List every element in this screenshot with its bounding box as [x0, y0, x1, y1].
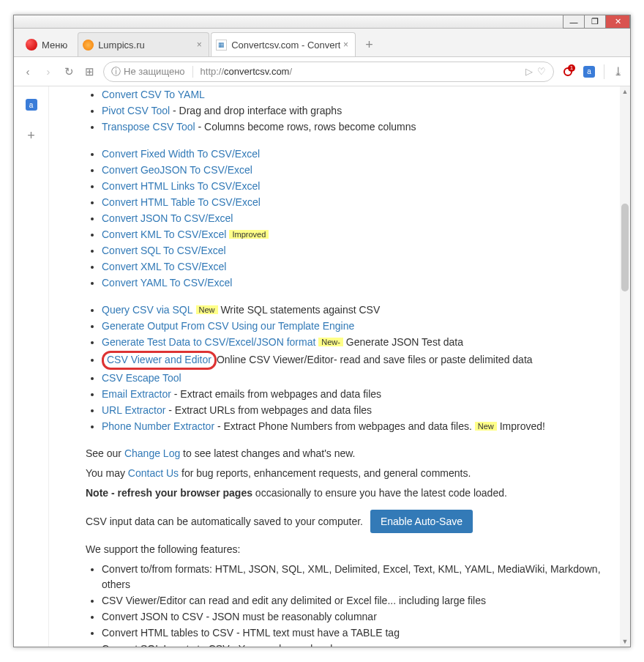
list-item: Convert to/from formats: HTML, JSON, SQL…	[102, 562, 607, 592]
lumpics-favicon	[83, 40, 94, 51]
link[interactable]: Convert XML To CSV/Excel	[102, 261, 226, 272]
scrollbar[interactable]: ▲ ▼	[620, 86, 630, 647]
link[interactable]: Convert Fixed Width To CSV/Excel	[102, 148, 260, 160]
contact-us-link[interactable]: Contact Us	[128, 467, 179, 479]
list-item: CSV Viewer and Editor Online CSV Viewer/…	[102, 351, 607, 370]
back-button[interactable]: ‹	[21, 65, 34, 78]
list-item: Email Extractor - Extract emails from we…	[102, 387, 607, 402]
scroll-down-icon[interactable]: ▼	[620, 636, 630, 647]
list-item: Convert HTML Links To CSV/Excel	[102, 179, 607, 194]
window-titlebar: — ❐ ✕	[14, 15, 630, 29]
list-item: CSV Escape Tool	[102, 371, 607, 386]
list-item: Convert Fixed Width To CSV/Excel	[102, 146, 607, 162]
vline-icon	[604, 64, 604, 79]
list-item: Phone Number Extractor - Extract Phone N…	[102, 419, 607, 434]
translate-sidebar-icon[interactable]: a	[23, 97, 40, 113]
opera-menu-button[interactable]: Меню	[18, 33, 75, 56]
link[interactable]: Generate Output From CSV Using our Templ…	[102, 320, 354, 332]
paragraph: CSV input data can be automatically save…	[86, 510, 607, 533]
list-item: Convert JSON to CSV - JSON must be reaso…	[102, 609, 607, 625]
link-group-3: Query CSV via SQLNew Write SQL statement…	[86, 302, 607, 434]
list-item: Generate Test Data to CSV/Excel/JSON for…	[102, 335, 607, 350]
menu-label: Меню	[42, 40, 67, 51]
list-item: Convert KML To CSV/ExcelImproved	[102, 227, 607, 242]
csv-viewer-editor-link[interactable]: CSV Viewer and Editor	[107, 354, 211, 365]
link[interactable]: Convert KML To CSV/Excel	[102, 228, 226, 240]
link[interactable]: Convert JSON To CSV/Excel	[102, 212, 233, 224]
new-tab-button[interactable]: +	[360, 36, 378, 53]
window-close[interactable]: ✕	[605, 15, 630, 29]
highlighted-link-box: CSV Viewer and Editor	[102, 351, 217, 370]
page-content: Convert CSV To YAML Pivot CSV Tool - Dra…	[49, 86, 620, 647]
site-info-icon[interactable]: ⓘНе защищено	[111, 65, 185, 78]
list-item: URL Extractor - Extract URLs from webpag…	[102, 403, 607, 418]
link-group-2: Convert Fixed Width To CSV/Excel Convert…	[86, 146, 607, 291]
link[interactable]: Convert YAML To CSV/Excel	[102, 277, 232, 289]
forward-button[interactable]: ›	[42, 65, 55, 78]
speed-dial-button[interactable]: ⊞	[83, 65, 96, 78]
change-log-link[interactable]: Change Log	[124, 447, 180, 459]
link[interactable]: Transpose CSV Tool	[102, 121, 195, 133]
link[interactable]: Convert GeoJSON To CSV/Excel	[102, 164, 252, 176]
list-item: Convert JSON To CSV/Excel	[102, 211, 607, 226]
tab-convertcsv[interactable]: ▦ Convertcsv.com - Convert ×	[211, 32, 356, 56]
link[interactable]: Phone Number Extractor	[102, 420, 214, 432]
list-item: CSV Viewer/Editor can read and edit any …	[102, 593, 607, 609]
scroll-up-icon[interactable]: ▲	[620, 86, 630, 97]
link[interactable]: Email Extractor	[102, 388, 171, 400]
heart-icon[interactable]: ♡	[537, 66, 546, 77]
adblock-badge-icon[interactable]	[561, 65, 574, 78]
list-item: Convert XML To CSV/Excel	[102, 259, 607, 275]
enable-auto-save-button[interactable]: Enable Auto-Save	[370, 510, 473, 533]
url-input[interactable]: ⓘНе защищено http://convertcsv.com/ ▷ ♡	[103, 62, 554, 82]
link[interactable]: Convert CSV To YAML	[102, 89, 205, 100]
close-icon[interactable]: ×	[340, 40, 351, 50]
list-item: Convert HTML Table To CSV/Excel	[102, 195, 607, 210]
separator	[192, 66, 193, 78]
link-group-1: Convert CSV To YAML Pivot CSV Tool - Dra…	[86, 87, 607, 135]
paragraph: We support the following features:	[86, 542, 607, 557]
translate-icon[interactable]: a	[583, 66, 595, 78]
link[interactable]: CSV Escape Tool	[102, 372, 181, 384]
list-item: Query CSV via SQLNew Write SQL statement…	[102, 302, 607, 318]
scroll-thumb[interactable]	[621, 204, 629, 291]
badge: New	[196, 305, 218, 314]
link[interactable]: Convert HTML Links To CSV/Excel	[102, 180, 260, 192]
link[interactable]: Pivot CSV Tool	[102, 105, 170, 116]
list-item: Convert CSV To YAML	[102, 87, 607, 103]
tab-lumpics[interactable]: Lumpics.ru ×	[78, 32, 209, 56]
link[interactable]: Convert HTML Table To CSV/Excel	[102, 196, 261, 208]
downloads-icon[interactable]: ⤓	[613, 64, 623, 78]
list-item: Convert GeoJSON To CSV/Excel	[102, 163, 607, 178]
list-item: Convert YAML To CSV/Excel	[102, 275, 607, 291]
paragraph: See our Change Log to see latest changes…	[86, 446, 607, 461]
window-restore[interactable]: ❐	[584, 15, 606, 29]
window-minimize[interactable]: —	[563, 15, 585, 29]
opera-logo-icon	[26, 39, 37, 51]
list-item: Convert SQL To CSV/Excel	[102, 243, 607, 259]
send-icon[interactable]: ▷	[525, 66, 533, 77]
list-item: Convert HTML tables to CSV - HTML text m…	[102, 625, 607, 641]
left-rail: a +	[14, 86, 49, 647]
badge: New	[475, 422, 497, 431]
link[interactable]: URL Extractor	[102, 404, 165, 416]
list-item: Generate Output From CSV Using our Templ…	[102, 319, 607, 334]
url-text: http://convertcsv.com/	[201, 66, 521, 77]
link[interactable]: Generate Test Data to CSV/Excel/JSON for…	[102, 336, 315, 348]
convertcsv-favicon: ▦	[216, 40, 227, 51]
link[interactable]: Query CSV via SQL	[102, 304, 193, 316]
reload-button[interactable]: ↻	[62, 65, 75, 78]
add-sidebar-icon[interactable]: +	[23, 127, 40, 144]
tab-title: Lumpics.ru	[98, 40, 194, 51]
list-item: Convert SQL Inserts to CSV - You need a …	[102, 641, 607, 647]
paragraph: Note - refresh your browser pages occasi…	[86, 486, 607, 501]
list-item: Pivot CSV Tool - Drag and drop interface…	[102, 103, 607, 119]
badge: Improved	[229, 230, 269, 239]
tab-title: Convertcsv.com - Convert	[231, 40, 340, 51]
address-bar: ‹ › ↻ ⊞ ⓘНе защищено http://convertcsv.c…	[14, 57, 630, 86]
list-item: Transpose CSV Tool - Columns become rows…	[102, 119, 607, 135]
close-icon[interactable]: ×	[194, 40, 204, 50]
tabstrip: Меню Lumpics.ru × ▦ Convertcsv.com - Con…	[14, 29, 630, 57]
link[interactable]: Convert SQL To CSV/Excel	[102, 245, 226, 256]
badge: New-	[318, 338, 343, 346]
